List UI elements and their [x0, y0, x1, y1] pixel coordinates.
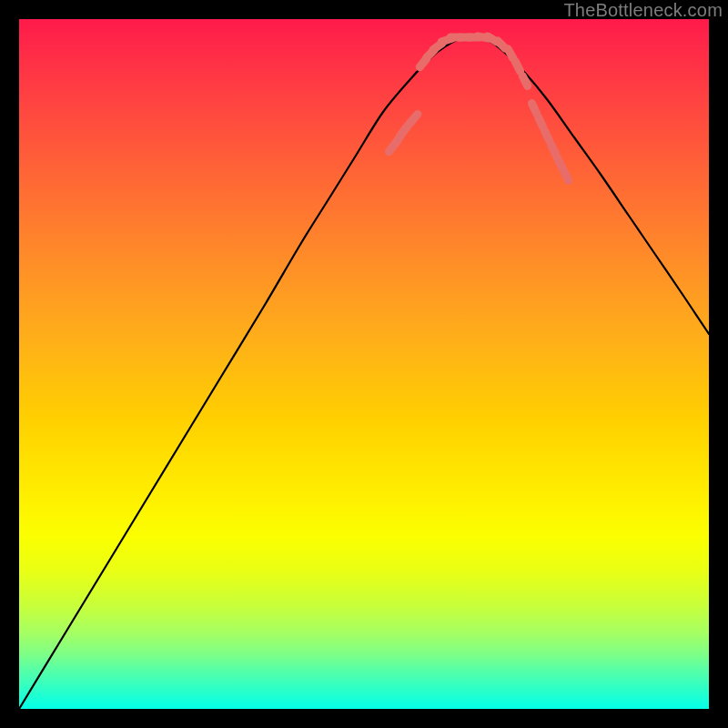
- highlight-dots-floor: [420, 36, 527, 86]
- highlight-dot: [515, 62, 520, 72]
- plot-area: [19, 19, 709, 709]
- curve-line: [19, 36, 709, 709]
- bottleneck-curve: [19, 36, 709, 709]
- highlight-dot: [522, 76, 527, 86]
- highlight-dot: [563, 171, 568, 181]
- highlight-dots-left: [389, 114, 418, 151]
- highlight-dot: [551, 145, 555, 155]
- highlight-dot: [538, 117, 542, 127]
- watermark-text: TheBottleneck.com: [563, 0, 723, 21]
- highlight-dot: [410, 114, 418, 122]
- highlight-dot: [557, 158, 561, 168]
- highlight-dot: [531, 104, 536, 114]
- highlight-dots-right: [531, 104, 568, 181]
- highlight-dot: [508, 49, 513, 58]
- chart-frame: TheBottleneck.com: [0, 0, 728, 728]
- chart-svg: [19, 19, 709, 709]
- highlight-dot: [544, 131, 549, 141]
